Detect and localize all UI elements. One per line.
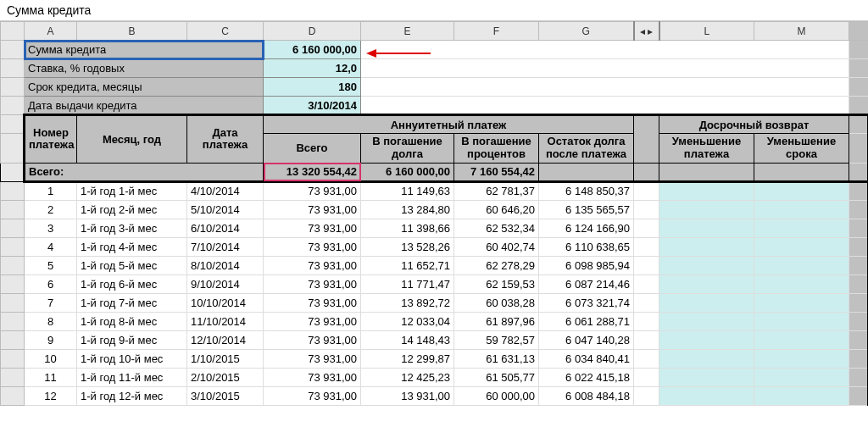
table-row[interactable]: 31-й год 3-й мес6/10/201473 931,0011 398… xyxy=(1,219,869,237)
cell-principal[interactable]: 11 771,47 xyxy=(361,274,454,293)
cell-num[interactable]: 7 xyxy=(25,293,77,312)
cell-principal[interactable]: 12 033,04 xyxy=(361,312,454,330)
cell-balance[interactable]: 6 087 214,46 xyxy=(539,274,634,293)
cell-num[interactable]: 12 xyxy=(25,386,77,405)
cell-month-year[interactable]: 1-й год 10-й мес xyxy=(77,349,187,368)
totals-principal[interactable]: 6 160 000,00 xyxy=(361,163,454,181)
cell-principal[interactable]: 12 299,87 xyxy=(361,349,454,368)
spreadsheet-grid[interactable]: A B C D E F G ◂ ▸ L M Сумма кредита 6 16… xyxy=(0,21,868,406)
cell-month-year[interactable]: 1-й год 3-й мес xyxy=(77,219,187,237)
table-row[interactable]: 71-й год 7-й мес10/10/201473 931,0013 89… xyxy=(1,293,869,312)
param-amount-row[interactable]: Сумма кредита 6 160 000,00 xyxy=(1,41,869,59)
cell-total[interactable]: 73 931,00 xyxy=(264,256,361,274)
cell-interest[interactable]: 61 897,96 xyxy=(454,312,539,330)
cell-interest[interactable]: 60 646,20 xyxy=(454,200,539,219)
cell-date[interactable]: 4/10/2014 xyxy=(187,181,264,200)
table-row[interactable]: 91-й год 9-й мес12/10/201473 931,0014 14… xyxy=(1,330,869,349)
cell-early-pay[interactable] xyxy=(659,330,754,349)
cell-interest[interactable]: 59 782,57 xyxy=(454,330,539,349)
cell-early-pay[interactable] xyxy=(659,200,754,219)
col-C[interactable]: C xyxy=(187,22,264,41)
cell-principal[interactable]: 13 892,72 xyxy=(361,293,454,312)
cell-balance[interactable]: 6 073 321,74 xyxy=(539,293,634,312)
param-date-label[interactable]: Дата выдачи кредита xyxy=(25,97,264,115)
cell-early-pay[interactable] xyxy=(659,219,754,237)
table-row[interactable]: 111-й год 11-й мес2/10/201573 931,0012 4… xyxy=(1,368,869,386)
cell-num[interactable]: 2 xyxy=(25,200,77,219)
cell-early-term[interactable] xyxy=(754,330,849,349)
cell-month-year[interactable]: 1-й год 11-й мес xyxy=(77,368,187,386)
cell-early-term[interactable] xyxy=(754,368,849,386)
cell-early-pay[interactable] xyxy=(659,293,754,312)
cell-total[interactable]: 73 931,00 xyxy=(264,181,361,200)
cell-early-term[interactable] xyxy=(754,219,849,237)
cell-interest[interactable]: 62 278,29 xyxy=(454,256,539,274)
cell-num[interactable]: 9 xyxy=(25,330,77,349)
cell-early-term[interactable] xyxy=(754,386,849,405)
cell-balance[interactable]: 6 022 415,18 xyxy=(539,368,634,386)
col-M[interactable]: M xyxy=(754,22,849,41)
cell-total[interactable]: 73 931,00 xyxy=(264,312,361,330)
cell-balance[interactable]: 6 110 638,65 xyxy=(539,237,634,256)
cell-interest[interactable]: 60 000,00 xyxy=(454,386,539,405)
cell-date[interactable]: 12/10/2014 xyxy=(187,330,264,349)
cell-early-pay[interactable] xyxy=(659,256,754,274)
cell-early-pay[interactable] xyxy=(659,274,754,293)
cell-total[interactable]: 73 931,00 xyxy=(264,219,361,237)
cell-principal[interactable]: 14 148,43 xyxy=(361,330,454,349)
cell-early-term[interactable] xyxy=(754,312,849,330)
cell-principal[interactable]: 11 652,71 xyxy=(361,256,454,274)
cell-month-year[interactable]: 1-й год 9-й мес xyxy=(77,330,187,349)
param-amount-value[interactable]: 6 160 000,00 xyxy=(264,41,361,59)
cell-balance[interactable]: 6 034 840,41 xyxy=(539,349,634,368)
cell-total[interactable]: 73 931,00 xyxy=(264,293,361,312)
cell-interest[interactable]: 61 631,13 xyxy=(454,349,539,368)
cell-num[interactable]: 11 xyxy=(25,368,77,386)
cell-interest[interactable]: 61 505,77 xyxy=(454,368,539,386)
cell-principal[interactable]: 13 528,26 xyxy=(361,237,454,256)
param-term-label[interactable]: Срок кредита, месяцы xyxy=(25,78,264,97)
cell-date[interactable]: 7/10/2014 xyxy=(187,237,264,256)
table-row[interactable]: 21-й год 2-й мес5/10/201473 931,0013 284… xyxy=(1,200,869,219)
param-rate-row[interactable]: Ставка, % годовых 12,0 xyxy=(1,59,869,78)
cell-month-year[interactable]: 1-й год 8-й мес xyxy=(77,312,187,330)
totals-sum[interactable]: 13 320 554,42 xyxy=(264,163,361,181)
cell-early-pay[interactable] xyxy=(659,368,754,386)
cell-total[interactable]: 73 931,00 xyxy=(264,274,361,293)
table-row[interactable]: 51-й год 5-й мес8/10/201473 931,0011 652… xyxy=(1,256,869,274)
cell-early-term[interactable] xyxy=(754,200,849,219)
col-F[interactable]: F xyxy=(454,22,539,41)
cell-balance[interactable]: 6 008 484,18 xyxy=(539,386,634,405)
cell-num[interactable]: 1 xyxy=(25,181,77,200)
cell-total[interactable]: 73 931,00 xyxy=(264,200,361,219)
table-row[interactable]: 81-й год 8-й мес11/10/201473 931,0012 03… xyxy=(1,312,869,330)
cell-early-term[interactable] xyxy=(754,237,849,256)
totals-interest[interactable]: 7 160 554,42 xyxy=(454,163,539,181)
cell-month-year[interactable]: 1-й год 2-й мес xyxy=(77,200,187,219)
cell-total[interactable]: 73 931,00 xyxy=(264,368,361,386)
col-L[interactable]: L xyxy=(659,22,754,41)
cell-month-year[interactable]: 1-й год 4-й мес xyxy=(77,237,187,256)
cell-month-year[interactable]: 1-й год 12-й мес xyxy=(77,386,187,405)
cell-early-pay[interactable] xyxy=(659,349,754,368)
param-term-value[interactable]: 180 xyxy=(264,78,361,97)
cell-principal[interactable]: 13 284,80 xyxy=(361,200,454,219)
col-B[interactable]: B xyxy=(77,22,187,41)
cell-balance[interactable]: 6 135 565,57 xyxy=(539,200,634,219)
cell-early-term[interactable] xyxy=(754,181,849,200)
table-row[interactable]: 11-й год 1-й мес4/10/201473 931,0011 149… xyxy=(1,181,869,200)
col-A[interactable]: A xyxy=(25,22,77,41)
cell-num[interactable]: 6 xyxy=(25,274,77,293)
cell-interest[interactable]: 60 038,28 xyxy=(454,293,539,312)
cell-principal[interactable]: 12 425,23 xyxy=(361,368,454,386)
corner-cell[interactable] xyxy=(1,22,25,41)
cell-balance[interactable]: 6 148 850,37 xyxy=(539,181,634,200)
cell-month-year[interactable]: 1-й год 5-й мес xyxy=(77,256,187,274)
cell-month-year[interactable]: 1-й год 6-й мес xyxy=(77,274,187,293)
cell-total[interactable]: 73 931,00 xyxy=(264,386,361,405)
cell-month-year[interactable]: 1-й год 7-й мес xyxy=(77,293,187,312)
cell-early-term[interactable] xyxy=(754,274,849,293)
cell-total[interactable]: 73 931,00 xyxy=(264,349,361,368)
cell-date[interactable]: 5/10/2014 xyxy=(187,200,264,219)
formula-bar[interactable]: Сумма кредита xyxy=(0,0,868,21)
